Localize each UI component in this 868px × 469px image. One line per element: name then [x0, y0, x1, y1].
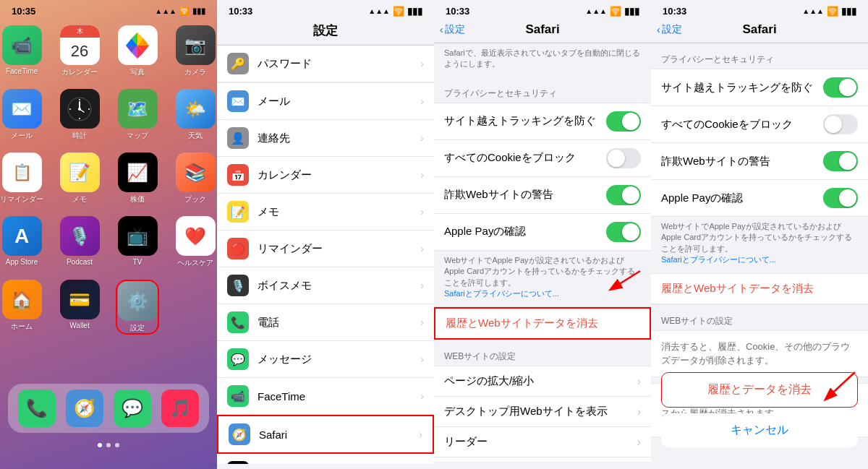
cookies-row[interactable]: すべてのCookieをブロック: [434, 140, 651, 177]
safari-icon: 🧭: [229, 423, 250, 445]
time-home: 10:35: [12, 6, 35, 17]
confirm-cookies-toggle[interactable]: [823, 114, 858, 134]
zoom-row[interactable]: ページの拡大/縮小 ›: [434, 366, 651, 397]
settings-row-memo[interactable]: 📝 メモ ›: [217, 194, 434, 231]
confirm-clear-label: 履歴とWebサイトデータを消去: [661, 282, 814, 294]
app-books[interactable]: 📚 ブック: [174, 152, 217, 205]
chevron-reader: ›: [637, 436, 641, 449]
panel-home-screen: 10:35 ▲▲▲ 🛜 ▮▮▮ 📹 FaceTime 木 26 カレンダー: [0, 0, 217, 469]
btn-clear-data[interactable]: 履歴とデータを消去: [661, 372, 858, 408]
app-podcasts[interactable]: 🎙️ Podcast: [58, 216, 101, 268]
desktop-row[interactable]: デスクトップ用Webサイトを表示 ›: [434, 397, 651, 427]
app-appstore[interactable]: A App Store: [0, 216, 43, 268]
app-facetime[interactable]: 📹 FaceTime: [0, 25, 43, 77]
settings-row-facetime[interactable]: 📹 FaceTime ›: [217, 378, 434, 415]
panel-settings-list: 10:33 ▲▲▲ 🛜 ▮▮▮ 設定 🔑 パスワード › ✉️ メール › 👤 …: [217, 0, 434, 469]
messages-icon: 💬: [227, 348, 249, 370]
signal-icon: ▲▲▲: [155, 7, 176, 15]
applepay-note: WebサイトでApple Payが設定されているかおよびApple Cardアカ…: [434, 251, 651, 307]
settings-row-stocks[interactable]: 📈 株価 ›: [217, 454, 434, 464]
settings-row-contacts[interactable]: 👤 連絡先 ›: [217, 120, 434, 157]
btn-cancel[interactable]: キャンセル: [661, 413, 858, 447]
confirm-website-section: WEBサイトの設定: [651, 305, 868, 330]
confirm-applepay-row[interactable]: Apple Payの確認: [651, 180, 868, 217]
signal-safari: ▲▲▲: [585, 7, 607, 15]
facetime-icon: 📹: [227, 385, 249, 407]
fraud-label: 詐欺Webサイトの警告: [444, 188, 606, 202]
wifi-icon: 🛜: [179, 7, 190, 16]
panel-confirm-dialog: 10:33 ▲▲▲ 🛜 ▮▮▮ ‹ 設定 Safari プライバシーとセキュリテ…: [651, 0, 868, 469]
confirm-fraud-row[interactable]: 詐欺Webサイトの警告: [651, 143, 868, 180]
dock-music[interactable]: 🎵: [161, 390, 199, 427]
confirm-clear-history-row[interactable]: 履歴とWebサイトデータを消去: [651, 274, 868, 304]
dock-messages[interactable]: 💬: [114, 390, 151, 427]
battery-settings: ▮▮▮: [407, 6, 422, 17]
back-label-safari: 設定: [445, 23, 465, 36]
app-stocks[interactable]: 📈 株価: [116, 152, 159, 205]
time-settings: 10:33: [229, 6, 252, 17]
confirm-cookies-row[interactable]: すべてのCookieをブロック: [651, 106, 868, 143]
app-tv[interactable]: 📺 TV: [116, 216, 159, 268]
settings-row-password[interactable]: 🔑 パスワード ›: [217, 46, 434, 82]
settings-row-voicememo[interactable]: 🎙️ ボイスメモ ›: [217, 267, 434, 304]
app-clock[interactable]: 時計: [58, 89, 101, 141]
settings-nav-bar: 設定: [217, 20, 434, 46]
signal-confirm: ▲▲▲: [802, 7, 824, 15]
app-camera[interactable]: 📷 カメラ: [174, 25, 217, 77]
reader-row[interactable]: リーダー ›: [434, 427, 651, 457]
settings-row-mail[interactable]: ✉️ メール ›: [217, 82, 434, 120]
app-memo[interactable]: 📝 メモ: [58, 152, 101, 205]
settings-title: 設定: [313, 24, 338, 38]
clear-history-row[interactable]: 履歴とWebサイトデータを消去: [434, 307, 651, 340]
camera-row[interactable]: カメラ ›: [434, 457, 651, 462]
dock-safari[interactable]: 🧭: [66, 390, 103, 427]
confirm-tracking-row[interactable]: サイト越えトラッキングを防ぐ: [651, 69, 868, 106]
applepay-row[interactable]: Apple Payの確認: [434, 214, 651, 251]
confirm-fraud-toggle[interactable]: [823, 151, 858, 171]
app-settings[interactable]: ⚙️ 設定: [116, 280, 159, 335]
app-weather[interactable]: 🌤️ 天気: [174, 89, 217, 141]
back-chevron-icon: ‹: [440, 24, 443, 35]
confirm-applepay-toggle[interactable]: [823, 188, 858, 208]
voicememo-icon: 🎙️: [227, 275, 249, 296]
settings-row-safari[interactable]: 🧭 Safari ›: [217, 415, 434, 454]
confirm-tracking-toggle[interactable]: [823, 77, 858, 98]
back-label-confirm: 設定: [662, 23, 682, 36]
settings-list: 🔑 パスワード › ✉️ メール › 👤 連絡先 › 📅 カレンダー › 📝 メ…: [217, 46, 434, 464]
confirm-privacy-link[interactable]: Safariとプライバシーについて...: [661, 255, 776, 264]
app-wallet[interactable]: 💳 Wallet: [58, 280, 101, 335]
safari-page-title: Safari: [525, 22, 559, 37]
app-maps[interactable]: 🗺️ マップ: [116, 89, 159, 141]
cookies-toggle[interactable]: [606, 148, 641, 168]
svg-point-5: [78, 108, 81, 111]
wifi-safari: 🛜: [610, 6, 621, 17]
app-mail[interactable]: ✉️ メール: [0, 89, 43, 141]
fraud-toggle[interactable]: [606, 185, 641, 205]
contacts-icon: 👤: [227, 127, 249, 149]
confirm-clear-row-container: 履歴とWebサイトデータを消去: [651, 273, 868, 305]
dock-phone[interactable]: 📞: [18, 390, 56, 427]
settings-row-calendar[interactable]: 📅 カレンダー ›: [217, 157, 434, 194]
reminder-icon: 🔴: [227, 238, 249, 259]
battery-confirm: ▮▮▮: [841, 6, 856, 17]
app-calendar[interactable]: 木 26 カレンダー: [58, 25, 101, 77]
app-photos[interactable]: 写真: [116, 25, 159, 77]
privacy-link[interactable]: Safariとプライバシーについて...: [444, 289, 559, 298]
app-health[interactable]: ❤️ ヘルスケア: [174, 216, 217, 268]
settings-row-reminder[interactable]: 🔴 リマインダー ›: [217, 231, 434, 267]
tracking-row[interactable]: サイト越えトラッキングを防ぐ: [434, 103, 651, 140]
svg-point-7: [88, 108, 90, 110]
applepay-toggle[interactable]: [606, 222, 641, 242]
fraud-row[interactable]: 詐欺Webサイトの警告: [434, 177, 651, 214]
battery-icon: ▮▮▮: [192, 7, 205, 16]
status-bar-settings: 10:33 ▲▲▲ 🛜 ▮▮▮: [217, 0, 434, 20]
settings-row-phone[interactable]: 📞 電話 ›: [217, 304, 434, 341]
settings-row-messages[interactable]: 💬 メッセージ ›: [217, 341, 434, 378]
svg-point-9: [69, 108, 71, 110]
app-home[interactable]: 🏠 ホーム: [0, 280, 43, 335]
back-button-safari[interactable]: ‹ 設定: [440, 23, 465, 36]
app-reminder[interactable]: 📋 リマインダー: [0, 152, 43, 205]
back-button-confirm[interactable]: ‹ 設定: [657, 23, 682, 36]
password-icon: 🔑: [227, 53, 249, 74]
tracking-toggle[interactable]: [606, 111, 641, 132]
